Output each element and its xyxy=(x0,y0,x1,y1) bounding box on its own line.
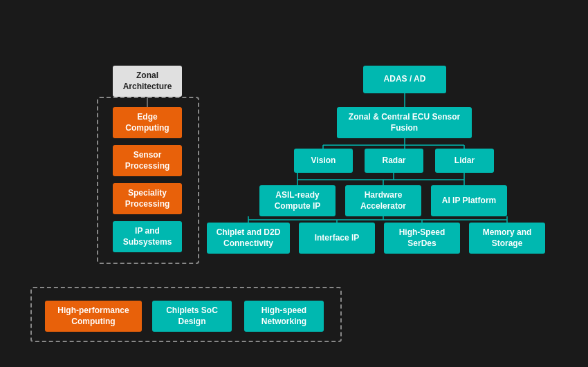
vision-box: Vision xyxy=(294,149,353,173)
high-speed-serdes-box: High-Speed SerDes xyxy=(384,223,460,254)
hw-accel-box: Hardware Accelerator xyxy=(345,185,421,216)
high-speed-serdes-label: High-Speed SerDes xyxy=(389,227,454,249)
interface-ip-box: Interface IP xyxy=(299,223,375,254)
zonal-architecture-box: Zonal Architecture xyxy=(113,66,182,97)
edge-computing-label: Edge Computing xyxy=(118,112,176,133)
sensor-processing-label: Sensor Processing xyxy=(118,150,176,171)
zonal-central-box: Zonal & Central ECU Sensor Fusion xyxy=(337,107,472,138)
asil-box: ASIL-ready Compute IP xyxy=(259,185,336,216)
zonal-arch-label: Zonal Architecture xyxy=(123,70,172,92)
adas-ad-label: ADAS / AD xyxy=(384,74,426,85)
high-speed-networking-label: High-speed Networking xyxy=(250,305,318,327)
adas-ad-box: ADAS / AD xyxy=(363,66,446,93)
ai-ip-label: AI IP Platform xyxy=(442,196,496,207)
sensor-processing-box: Sensor Processing xyxy=(113,145,182,176)
radar-box: Radar xyxy=(365,149,423,173)
speciality-processing-box: Speciality Processing xyxy=(113,183,182,214)
ip-subsystems-box: IP and Subsystems xyxy=(113,221,182,252)
asil-label: ASIL-ready Compute IP xyxy=(265,190,330,211)
lidar-box: Lidar xyxy=(435,149,494,173)
ip-subsystems-label: IP and Subsystems xyxy=(118,226,176,247)
interface-ip-label: Interface IP xyxy=(315,233,360,244)
high-perf-label: High-performance Computing xyxy=(50,305,136,327)
hw-accel-label: Hardware Accelerator xyxy=(351,190,416,211)
high-perf-computing-box: High-performance Computing xyxy=(45,301,142,332)
edge-computing-box: Edge Computing xyxy=(113,107,182,138)
chiplets-soc-label: Chiplets SoC Design xyxy=(158,305,226,327)
memory-storage-label: Memory and Storage xyxy=(475,227,540,249)
lidar-label: Lidar xyxy=(454,156,475,167)
high-speed-networking-box: High-speed Networking xyxy=(244,301,324,332)
diagram: Zonal Architecture Edge Computing Sensor… xyxy=(0,0,588,367)
chiplet-d2d-label: Chiplet and D2D Connectivity xyxy=(212,227,284,249)
chiplet-d2d-box: Chiplet and D2D Connectivity xyxy=(207,223,290,254)
zonal-central-label: Zonal & Central ECU Sensor Fusion xyxy=(342,112,466,133)
chiplets-soc-box: Chiplets SoC Design xyxy=(152,301,232,332)
ai-ip-box: AI IP Platform xyxy=(431,185,507,216)
radar-label: Radar xyxy=(382,156,405,167)
memory-storage-box: Memory and Storage xyxy=(469,223,545,254)
speciality-processing-label: Speciality Processing xyxy=(118,188,176,209)
vision-label: Vision xyxy=(311,156,336,167)
